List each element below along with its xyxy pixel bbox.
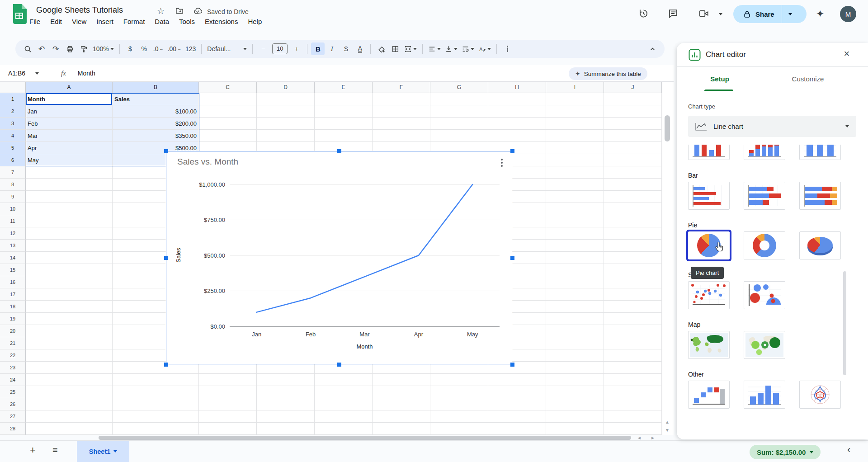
stacked-bar-chart-thumbnail[interactable] bbox=[744, 182, 785, 210]
cell-I22[interactable] bbox=[546, 349, 604, 362]
cell-I1[interactable] bbox=[546, 93, 604, 105]
cell-A1[interactable]: Month bbox=[26, 93, 113, 105]
cell-I7[interactable] bbox=[546, 166, 604, 179]
column-header-j[interactable]: J bbox=[604, 82, 662, 93]
row-header-11[interactable]: 11 bbox=[0, 215, 26, 227]
version-history-icon[interactable] bbox=[638, 9, 648, 19]
cell-A25[interactable] bbox=[26, 386, 113, 398]
cell-H26[interactable] bbox=[488, 398, 546, 410]
cell-D25[interactable] bbox=[257, 386, 315, 398]
cell-I18[interactable] bbox=[546, 301, 604, 313]
horizontal-scrollbar-thumb[interactable] bbox=[99, 436, 631, 440]
row-header-9[interactable]: 9 bbox=[0, 191, 26, 203]
scatter-chart-thumbnail[interactable] bbox=[688, 281, 730, 309]
cell-J4[interactable] bbox=[604, 130, 662, 142]
cell-I24[interactable] bbox=[546, 374, 604, 386]
search-icon[interactable] bbox=[21, 42, 34, 55]
cell-A6[interactable]: May bbox=[26, 154, 113, 166]
tab-setup[interactable]: Setup bbox=[677, 67, 763, 91]
summarize-table-button[interactable]: ✦ Summarize this table bbox=[569, 67, 647, 80]
cell-C26[interactable] bbox=[199, 398, 257, 410]
column-header-e[interactable]: E bbox=[315, 82, 373, 93]
row-header-13[interactable]: 13 bbox=[0, 240, 26, 252]
cell-A21[interactable] bbox=[26, 337, 113, 349]
row-header-19[interactable]: 19 bbox=[0, 313, 26, 325]
cell-G25[interactable] bbox=[430, 386, 488, 398]
cell-G26[interactable] bbox=[430, 398, 488, 410]
cell-F3[interactable] bbox=[373, 118, 430, 130]
video-call-dropdown-caret[interactable] bbox=[719, 13, 722, 15]
cell-C27[interactable] bbox=[199, 410, 257, 423]
decrease-decimal-button[interactable]: .0← bbox=[151, 42, 165, 55]
cell-B1[interactable]: Sales bbox=[113, 93, 199, 105]
print-button[interactable] bbox=[63, 42, 76, 55]
cell-I19[interactable] bbox=[546, 313, 604, 325]
column-header-g[interactable]: G bbox=[430, 82, 488, 93]
row-header-3[interactable]: 3 bbox=[0, 118, 26, 130]
font-select[interactable]: Defaul... bbox=[205, 42, 249, 55]
cell-J1[interactable] bbox=[604, 93, 662, 105]
cell-D26[interactable] bbox=[257, 398, 315, 410]
cell-G4[interactable] bbox=[430, 130, 488, 142]
menu-edit[interactable]: Edit bbox=[45, 16, 67, 27]
cell-I25[interactable] bbox=[546, 386, 604, 398]
cell-A14[interactable] bbox=[26, 252, 113, 264]
cell-I14[interactable] bbox=[546, 252, 604, 264]
cell-A5[interactable]: Apr bbox=[26, 142, 113, 154]
cell-J18[interactable] bbox=[604, 301, 662, 313]
cell-J21[interactable] bbox=[604, 337, 662, 349]
menu-file[interactable]: File bbox=[24, 16, 45, 27]
geo-chart-thumbnail[interactable] bbox=[688, 331, 730, 359]
horizontal-align-button[interactable] bbox=[426, 42, 443, 55]
radar-chart-thumbnail[interactable] bbox=[799, 381, 841, 409]
cell-I9[interactable] bbox=[546, 191, 604, 203]
cell-A26[interactable] bbox=[26, 398, 113, 410]
column-header-b[interactable]: B bbox=[113, 82, 199, 93]
scroll-up-arrow[interactable]: ▲ bbox=[665, 420, 670, 425]
menu-tools[interactable]: Tools bbox=[174, 16, 200, 27]
cell-I6[interactable] bbox=[546, 154, 604, 166]
star-icon[interactable]: ☆ bbox=[157, 6, 165, 16]
menu-insert[interactable]: Insert bbox=[91, 16, 118, 27]
row-header-5[interactable]: 5 bbox=[0, 142, 26, 154]
column-header-i[interactable]: I bbox=[546, 82, 604, 93]
chart-handle-top-left[interactable] bbox=[164, 149, 168, 153]
cell-C4[interactable] bbox=[199, 130, 257, 142]
cell-F24[interactable] bbox=[373, 374, 430, 386]
cell-I27[interactable] bbox=[546, 410, 604, 423]
cell-B28[interactable] bbox=[113, 423, 199, 435]
cell-E27[interactable] bbox=[315, 410, 373, 423]
cell-J22[interactable] bbox=[604, 349, 662, 362]
chart-handle-top-right[interactable] bbox=[510, 149, 514, 153]
undo-button[interactable]: ↶ bbox=[35, 42, 48, 55]
column-header-d[interactable]: D bbox=[257, 82, 315, 93]
collapse-toolbar-button[interactable] bbox=[646, 42, 659, 55]
cell-A2[interactable]: Jan bbox=[26, 105, 113, 118]
cell-J20[interactable] bbox=[604, 325, 662, 337]
formula-input[interactable]: Month bbox=[78, 70, 95, 77]
panel-scrollbar-thumb[interactable] bbox=[843, 271, 846, 375]
chart-type-select[interactable]: Line chart bbox=[688, 116, 856, 137]
vertical-align-button[interactable] bbox=[443, 42, 459, 55]
cell-A4[interactable]: Mar bbox=[26, 130, 113, 142]
bold-button[interactable]: B bbox=[311, 42, 325, 55]
cell-C1[interactable] bbox=[199, 93, 257, 105]
cell-A17[interactable] bbox=[26, 288, 113, 301]
chart-handle-bottom-middle[interactable] bbox=[337, 363, 341, 367]
cell-D27[interactable] bbox=[257, 410, 315, 423]
cell-A19[interactable] bbox=[26, 313, 113, 325]
cell-F27[interactable] bbox=[373, 410, 430, 423]
row-header-16[interactable]: 16 bbox=[0, 276, 26, 288]
cell-H25[interactable] bbox=[488, 386, 546, 398]
histogram-chart-thumbnail[interactable] bbox=[744, 381, 785, 409]
pie-chart-thumbnail[interactable] bbox=[688, 231, 730, 259]
share-button[interactable]: Share bbox=[733, 5, 807, 23]
cell-G28[interactable] bbox=[430, 423, 488, 435]
row-header-18[interactable]: 18 bbox=[0, 301, 26, 313]
italic-button[interactable]: I bbox=[325, 42, 339, 55]
doughnut-chart-thumbnail[interactable] bbox=[744, 231, 785, 259]
cell-B2[interactable]: $100.00 bbox=[113, 105, 199, 118]
cell-C25[interactable] bbox=[199, 386, 257, 398]
row-header-27[interactable]: 27 bbox=[0, 410, 26, 423]
cell-A13[interactable] bbox=[26, 240, 113, 252]
